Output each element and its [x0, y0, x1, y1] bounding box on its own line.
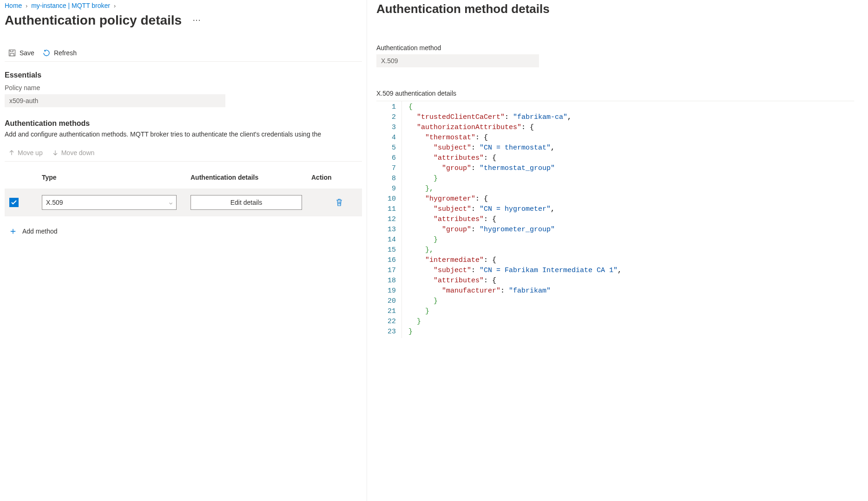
trash-icon [335, 198, 343, 207]
arrow-up-icon [8, 150, 15, 156]
row-checkbox[interactable] [9, 198, 19, 207]
left-panel: Home › my-instance | MQTT broker › Authe… [0, 0, 367, 501]
move-toolbar: Move up Move down [5, 146, 362, 162]
chevron-down-icon: ⌵ [169, 199, 172, 206]
page-title-row: Authentication policy details ··· [5, 13, 362, 30]
line-number: 20 [376, 296, 396, 306]
line-number: 9 [376, 184, 396, 194]
code-line[interactable]: "authorizationAttributes": { [408, 123, 622, 133]
auth-methods-table: Type Authentication details Action X.509… [5, 171, 362, 216]
column-action: Action [311, 174, 367, 181]
arrow-down-icon [52, 150, 59, 156]
save-button-label: Save [20, 49, 34, 57]
line-number: 18 [376, 276, 396, 286]
move-down-button[interactable]: Move down [52, 149, 95, 156]
code-content[interactable]: {"trustedClientCaCert": "fabrikam-ca","a… [402, 101, 622, 338]
essentials-heading: Essentials [5, 71, 362, 79]
code-line[interactable]: } [408, 306, 622, 317]
checkmark-icon [11, 199, 17, 206]
code-line[interactable]: "attributes": { [408, 215, 622, 225]
refresh-icon [43, 49, 50, 57]
line-number: 6 [376, 153, 396, 163]
right-panel-title: Authentication method details [376, 2, 854, 16]
code-line[interactable]: { [408, 102, 622, 112]
line-number: 12 [376, 215, 396, 225]
code-line[interactable]: "group": "thermostat_group" [408, 163, 622, 174]
move-down-label: Move down [61, 149, 95, 156]
plus-icon: ＋ [8, 225, 18, 237]
line-number: 14 [376, 235, 396, 245]
table-header: Type Authentication details Action [5, 171, 362, 189]
right-panel: Authentication method details Authentica… [367, 0, 868, 501]
line-number: 4 [376, 133, 396, 143]
column-type: Type [42, 174, 191, 181]
table-row: X.509 ⌵ Edit details [5, 189, 362, 216]
edit-details-label: Edit details [230, 199, 262, 206]
code-line[interactable]: "subject": "CN = Fabrikam Intermediate C… [408, 266, 622, 276]
line-number: 11 [376, 204, 396, 215]
page-title: Authentication policy details [5, 13, 182, 28]
breadcrumb-home[interactable]: Home [5, 2, 22, 9]
code-line[interactable]: }, [408, 184, 622, 194]
auth-details-label: X.509 authentication details [376, 90, 854, 97]
type-select[interactable]: X.509 ⌵ [42, 195, 177, 210]
breadcrumb-instance[interactable]: my-instance | MQTT broker [31, 2, 110, 9]
code-line[interactable]: "attributes": { [408, 153, 622, 163]
line-number: 1 [376, 102, 396, 112]
line-number: 15 [376, 245, 396, 255]
line-number: 21 [376, 306, 396, 317]
more-actions-icon[interactable]: ··· [193, 17, 201, 24]
code-line[interactable]: "subject": "CN = thermostat", [408, 143, 622, 153]
code-line[interactable]: }, [408, 245, 622, 255]
line-number: 22 [376, 317, 396, 327]
line-number: 16 [376, 255, 396, 266]
line-number: 19 [376, 286, 396, 296]
code-editor[interactable]: 1234567891011121314151617181920212223 {"… [376, 101, 854, 338]
auth-methods-description: Add and configure authentication methods… [5, 130, 362, 138]
code-line[interactable]: "thermostat": { [408, 133, 622, 143]
refresh-button-label: Refresh [54, 49, 77, 57]
auth-methods-heading: Authentication methods [5, 119, 362, 128]
move-up-label: Move up [18, 149, 43, 156]
auth-method-field: X.509 [376, 54, 539, 67]
add-method-button[interactable]: ＋ Add method [5, 225, 362, 237]
chevron-right-icon: › [114, 3, 116, 9]
line-number: 7 [376, 163, 396, 174]
code-line[interactable]: "subject": "CN = hygrometer", [408, 204, 622, 215]
edit-details-button[interactable]: Edit details [191, 195, 302, 210]
refresh-button[interactable]: Refresh [43, 49, 77, 57]
chevron-right-icon: › [26, 3, 27, 9]
column-details: Authentication details [191, 174, 311, 181]
svg-rect-1 [10, 53, 14, 56]
code-line[interactable]: "manufacturer": "fabrikam" [408, 286, 622, 296]
line-number: 5 [376, 143, 396, 153]
code-line[interactable]: } [408, 296, 622, 306]
line-number: 23 [376, 327, 396, 337]
line-number: 13 [376, 225, 396, 235]
line-number-gutter: 1234567891011121314151617181920212223 [376, 101, 402, 338]
code-line[interactable]: } [408, 174, 622, 184]
command-bar: Save Refresh [5, 46, 362, 62]
policy-name-label: Policy name [5, 84, 362, 91]
code-line[interactable]: "attributes": { [408, 276, 622, 286]
add-method-label: Add method [22, 228, 58, 235]
auth-method-label: Authentication method [376, 44, 854, 52]
line-number: 17 [376, 266, 396, 276]
code-line[interactable]: "group": "hygrometer_group" [408, 225, 622, 235]
move-up-button[interactable]: Move up [8, 149, 43, 156]
delete-button[interactable] [311, 198, 367, 207]
save-icon [8, 49, 16, 57]
line-number: 8 [376, 174, 396, 184]
line-number: 3 [376, 123, 396, 133]
breadcrumb: Home › my-instance | MQTT broker › [5, 0, 362, 13]
code-line[interactable]: } [408, 327, 622, 337]
line-number: 2 [376, 112, 396, 123]
code-line[interactable]: "hygrometer": { [408, 194, 622, 204]
code-line[interactable]: "trustedClientCaCert": "fabrikam-ca", [408, 112, 622, 123]
code-line[interactable]: "intermediate": { [408, 255, 622, 266]
code-line[interactable]: } [408, 317, 622, 327]
line-number: 10 [376, 194, 396, 204]
save-button[interactable]: Save [8, 49, 34, 57]
policy-name-field: x509-auth [5, 94, 225, 107]
code-line[interactable]: } [408, 235, 622, 245]
